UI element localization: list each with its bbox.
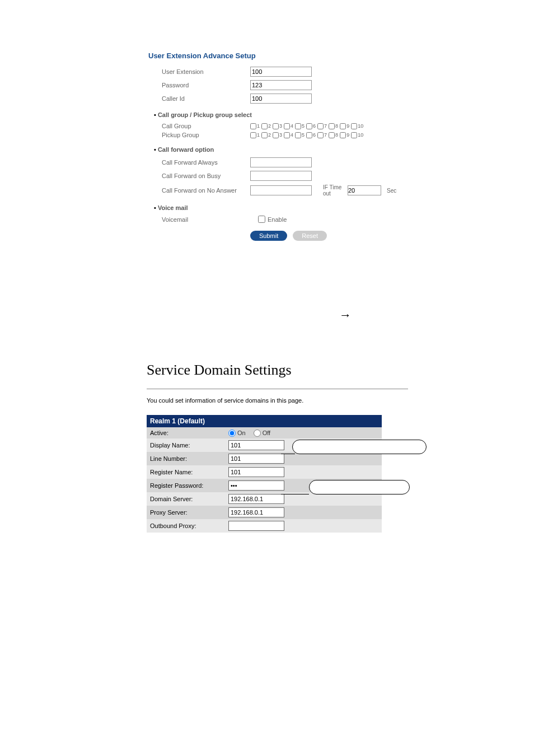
call-group-label-3: 3	[279, 123, 282, 129]
call-group-checkbox-2[interactable]	[261, 123, 268, 129]
arrow-icon: →	[157, 308, 534, 323]
password-label: Password	[162, 82, 250, 88]
call-group-checkbox-8[interactable]	[329, 123, 335, 129]
user-extension-label: User Extension	[162, 68, 250, 75]
voicemail-label: Voicemail	[162, 216, 250, 223]
outbound-proxy-input[interactable]	[228, 521, 284, 531]
timeout-input[interactable]	[348, 185, 381, 195]
pickup-group-checkboxes: 12345678910	[250, 132, 363, 138]
pickup-group-label-2: 2	[268, 132, 271, 138]
pickup-group-checkbox-6[interactable]	[306, 132, 312, 138]
register-password-input[interactable]	[228, 480, 284, 491]
call-group-label-10: 10	[358, 123, 363, 129]
call-forward-section-header: Call forward option	[148, 146, 433, 153]
call-group-checkboxes: 12345678910	[250, 123, 363, 129]
realm-header: Realm 1 (Default)	[147, 415, 382, 427]
pickup-group-checkbox-10[interactable]	[351, 132, 357, 138]
call-group-label-2: 2	[268, 123, 271, 129]
call-group-label-9: 9	[346, 123, 349, 129]
call-group-label-1: 1	[257, 123, 260, 129]
domain-server-label: Domain Server:	[147, 493, 225, 505]
call-group-checkbox-10[interactable]	[351, 123, 357, 129]
pickup-group-label-9: 9	[346, 132, 349, 138]
active-on-radio[interactable]	[228, 430, 236, 437]
page-title: User Extension Advance Setup	[148, 52, 433, 60]
call-forward-always-input[interactable]	[250, 157, 312, 167]
call-group-label-8: 8	[335, 123, 338, 129]
pickup-group-label-4: 4	[291, 132, 293, 138]
call-forward-noanswer-label: Call Forward on No Answer	[162, 187, 250, 194]
caller-id-input[interactable]	[250, 94, 312, 104]
callout-line	[281, 494, 309, 494]
domain-server-input[interactable]	[228, 494, 284, 504]
call-forward-busy-input[interactable]	[250, 171, 312, 181]
call-group-label-4: 4	[291, 123, 293, 129]
call-group-checkbox-4[interactable]	[284, 123, 290, 129]
call-group-label-6: 6	[313, 123, 316, 129]
callout-bubble	[292, 440, 427, 454]
divider	[147, 389, 408, 389]
pickup-group-checkbox-9[interactable]	[340, 132, 346, 138]
outbound-proxy-label: Outbound Proxy:	[147, 520, 225, 531]
user-extension-input[interactable]	[250, 67, 312, 77]
call-forward-always-label: Call Forward Always	[162, 159, 250, 166]
password-input[interactable]	[250, 80, 312, 90]
voicemail-section-header: Voice mail	[148, 204, 433, 211]
call-group-checkbox-6[interactable]	[306, 123, 312, 129]
call-group-label: Call Group	[162, 123, 250, 129]
pickup-group-checkbox-2[interactable]	[261, 132, 268, 138]
pickup-group-label-7: 7	[324, 132, 327, 138]
caller-id-label: Caller Id	[162, 95, 250, 102]
call-group-label-5: 5	[302, 123, 305, 129]
display-name-input[interactable]	[228, 440, 284, 450]
call-group-checkbox-7[interactable]	[317, 123, 324, 129]
sec-label: Sec	[387, 188, 396, 194]
voicemail-enable-label: Enable	[268, 216, 287, 223]
call-group-checkbox-1[interactable]	[250, 123, 256, 129]
pickup-group-checkbox-7[interactable]	[317, 132, 324, 138]
reset-button[interactable]: Reset	[293, 231, 327, 241]
register-name-input[interactable]	[228, 467, 284, 477]
voicemail-enable-checkbox[interactable]	[258, 216, 265, 223]
call-group-checkbox-9[interactable]	[340, 123, 346, 129]
sds-description: You could set information of service dom…	[147, 397, 408, 404]
call-group-label-7: 7	[324, 123, 327, 129]
pickup-group-checkbox-5[interactable]	[295, 132, 301, 138]
timeout-label: IF Time out	[323, 184, 345, 197]
pickup-group-label-6: 6	[313, 132, 316, 138]
register-password-label: Register Password:	[147, 480, 225, 491]
pickup-group-checkbox-8[interactable]	[329, 132, 335, 138]
pickup-group-checkbox-3[interactable]	[273, 132, 279, 138]
active-off-radio[interactable]	[254, 430, 261, 437]
display-name-label: Display Name:	[147, 440, 225, 451]
call-group-checkbox-5[interactable]	[295, 123, 301, 129]
submit-button[interactable]: Submit	[250, 231, 287, 241]
pickup-group-label-10: 10	[358, 132, 363, 138]
active-on-label: On	[237, 430, 246, 436]
pickup-group-label-1: 1	[257, 132, 260, 138]
pickup-group-label-5: 5	[302, 132, 305, 138]
callout-bubble	[309, 480, 410, 494]
line-number-input[interactable]	[228, 454, 284, 464]
call-forward-noanswer-input[interactable]	[250, 185, 312, 195]
pickup-group-checkbox-1[interactable]	[250, 132, 256, 138]
active-label: Active:	[147, 427, 225, 438]
pickup-group-label-8: 8	[335, 132, 338, 138]
callout-line	[281, 454, 295, 454]
pickup-group-label: Pickup Group	[162, 132, 250, 138]
pickup-group-label-3: 3	[279, 132, 282, 138]
register-name-label: Register Name:	[147, 466, 225, 478]
active-off-label: Off	[263, 430, 270, 436]
sds-title: Service Domain Settings	[147, 362, 408, 379]
pickup-group-checkbox-4[interactable]	[284, 132, 290, 138]
proxy-server-label: Proxy Server:	[147, 507, 225, 518]
call-forward-busy-label: Call Forward on Busy	[162, 172, 250, 179]
line-number-label: Line Number:	[147, 453, 225, 464]
proxy-server-input[interactable]	[228, 507, 284, 517]
call-group-section-header: Call group / Pickup group select	[148, 111, 433, 118]
call-group-checkbox-3[interactable]	[273, 123, 279, 129]
